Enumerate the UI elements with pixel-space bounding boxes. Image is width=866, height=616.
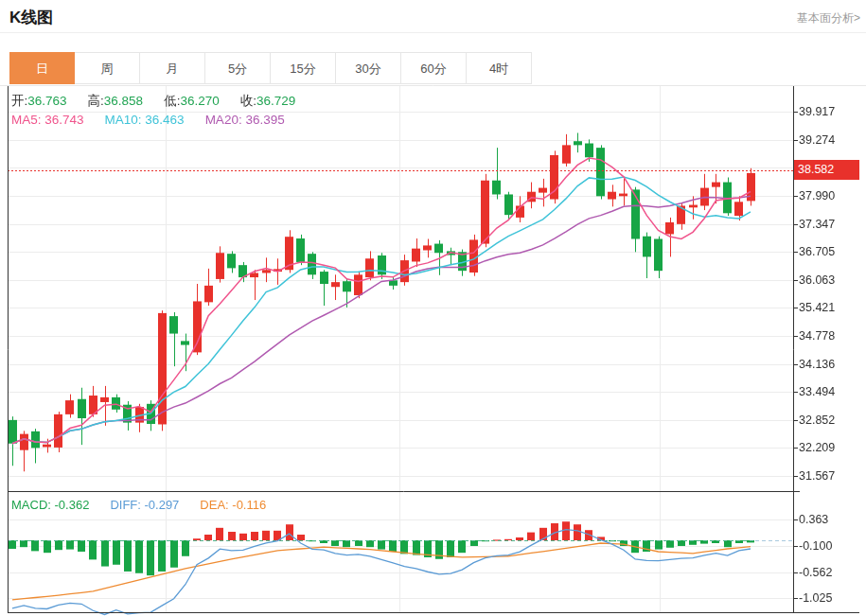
period-tab-2[interactable]: 月 <box>140 52 205 84</box>
ma-item: MA5: 36.743 <box>11 113 84 127</box>
header: K线图 基本面分析> <box>0 0 866 33</box>
period-tab-6[interactable]: 60分 <box>401 52 467 84</box>
price-axis-label: 37.347 <box>799 218 835 231</box>
price-axis-label: 32.852 <box>799 414 835 427</box>
ohlc-item: 收:36.729 <box>240 94 296 108</box>
price-axis-label: 33.494 <box>799 385 835 398</box>
macd-axis-label: -1.025 <box>799 591 832 605</box>
ohlc-legend: 开:36.763高:36.858低:36.270收:36.729 <box>11 93 316 110</box>
ohlc-item: 开:36.763 <box>11 94 67 108</box>
price-axis-label: 34.778 <box>799 329 835 343</box>
price-axis-label: 37.990 <box>799 189 835 202</box>
fundamental-analysis-link[interactable]: 基本面分析> <box>797 10 860 26</box>
ohlc-item: 高:36.858 <box>88 94 144 108</box>
price-axis-label: 39.274 <box>799 133 835 147</box>
period-tab-4[interactable]: 15分 <box>271 52 336 84</box>
ohlc-item: 低:36.270 <box>164 94 220 108</box>
ma-legend: MA5: 36.743MA10: 36.463MA20: 36.395 <box>11 113 306 127</box>
current-price-tag: 38.582 <box>794 160 859 180</box>
period-tab-7[interactable]: 4时 <box>467 52 532 84</box>
period-tab-1[interactable]: 周 <box>75 52 140 84</box>
macd-legend: MACD: -0.362DIFF: -0.297DEA: -0.116 <box>11 498 287 512</box>
price-axis-label: 34.136 <box>799 358 835 371</box>
macd-item: DEA: -0.116 <box>200 498 266 512</box>
ma-item: MA10: 36.463 <box>105 113 185 127</box>
price-axis-label: 35.421 <box>799 301 835 314</box>
period-tab-5[interactable]: 30分 <box>336 52 401 84</box>
macd-item: DIFF: -0.297 <box>110 498 179 512</box>
price-axis-label: 31.567 <box>799 469 835 483</box>
price-axis-label: 36.063 <box>799 273 835 287</box>
period-tab-3[interactable]: 5分 <box>205 52 271 84</box>
macd-axis-label: 0.363 <box>799 513 828 526</box>
kline-widget: K线图 基本面分析> 日周月5分15分30分60分4时 开:36.763高:36… <box>0 0 866 616</box>
macd-axis-label: -0.100 <box>799 539 832 553</box>
period-tabs: 日周月5分15分30分60分4时 <box>9 52 532 84</box>
price-axis-label: 36.705 <box>799 245 835 258</box>
price-axis-label: 32.209 <box>799 441 835 454</box>
period-tab-0[interactable]: 日 <box>9 52 75 84</box>
macd-item: MACD: -0.362 <box>11 498 89 512</box>
ma-item: MA20: 36.395 <box>205 113 285 127</box>
page-title: K线图 <box>9 7 53 28</box>
price-axis-label: 39.917 <box>799 105 835 118</box>
macd-axis-label: -0.562 <box>799 566 832 579</box>
